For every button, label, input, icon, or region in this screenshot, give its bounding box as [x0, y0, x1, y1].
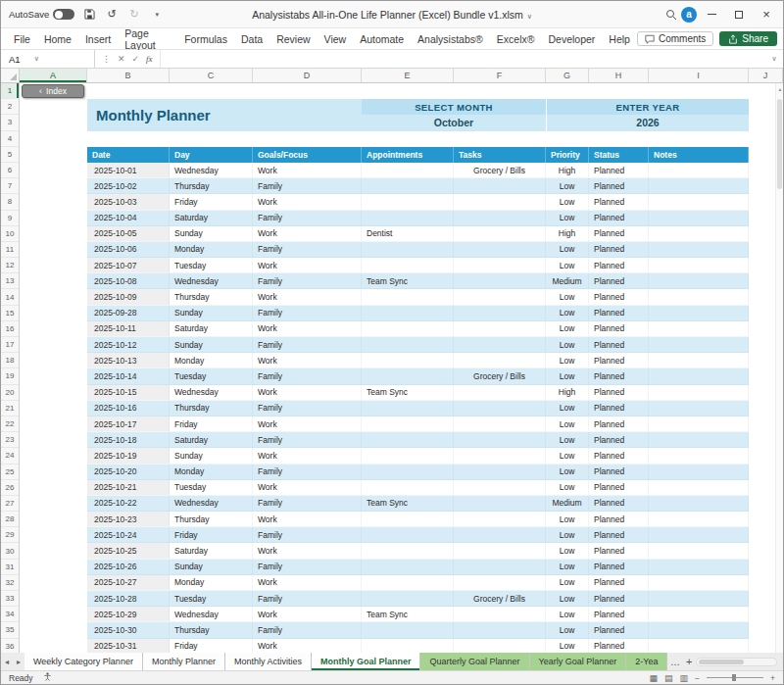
cell-status[interactable]: Planned — [589, 178, 649, 193]
cell-notes[interactable] — [649, 194, 749, 209]
row-header-21[interactable]: 21 — [1, 401, 19, 416]
cell-goals[interactable]: Family — [253, 432, 362, 447]
scroll-up-icon[interactable] — [776, 85, 783, 92]
cell-priority[interactable]: Low — [546, 527, 589, 542]
select-month-value[interactable]: October — [362, 115, 546, 130]
cell-date[interactable]: 2025-10-15 — [87, 385, 170, 400]
sheet-tab-weekly-category-planner[interactable]: Weekly Category Planner — [24, 653, 143, 670]
cell-appointments[interactable] — [362, 178, 454, 193]
column-header-E[interactable]: E — [362, 69, 454, 82]
cell-appointments[interactable] — [362, 194, 454, 209]
row-header-20[interactable]: 20 — [1, 385, 19, 401]
cell-tasks[interactable] — [454, 607, 546, 621]
cell-goals[interactable]: Family — [253, 242, 362, 257]
cell-priority[interactable]: Low — [546, 337, 589, 352]
cell-status[interactable]: Planned — [589, 337, 649, 352]
sheet-tab-yearly-goal-planner[interactable]: Yearly Goal Planner — [530, 653, 627, 670]
cell-goals[interactable]: Family — [253, 178, 362, 193]
cell-priority[interactable]: Medium — [546, 273, 589, 288]
cell-date[interactable]: 2025-10-06 — [87, 242, 170, 257]
cell-notes[interactable] — [649, 368, 749, 383]
row-header-8[interactable]: 8 — [1, 194, 19, 210]
more-sheets-icon[interactable] — [667, 653, 682, 670]
confirm-entry-icon[interactable]: ✓ — [132, 54, 140, 64]
cell-date[interactable]: 2025-10-14 — [87, 368, 170, 383]
horizontal-scrollbar[interactable] — [696, 658, 777, 666]
cell-status[interactable]: Planned — [589, 242, 649, 257]
cell-date[interactable]: 2025-10-27 — [87, 575, 170, 590]
cell-date[interactable]: 2025-10-28 — [87, 591, 170, 606]
cell-tasks[interactable] — [454, 496, 546, 511]
search-icon[interactable] — [663, 7, 679, 23]
row-header-17[interactable]: 17 — [1, 337, 19, 353]
ribbon-tab-page-layout[interactable]: Page Layout — [118, 28, 177, 49]
cell-goals[interactable]: Work — [253, 543, 362, 558]
cell-tasks[interactable] — [454, 321, 546, 336]
cell-priority[interactable]: Low — [546, 448, 589, 463]
cell-tasks[interactable] — [454, 575, 546, 590]
cell-day[interactable]: Wednesday — [170, 607, 253, 621]
cell-priority[interactable]: Low — [546, 575, 589, 590]
cell-day[interactable]: Saturday — [170, 211, 253, 225]
cell-date[interactable]: 2025-10-29 — [87, 607, 170, 621]
cell-day[interactable]: Tuesday — [170, 258, 253, 272]
cell-priority[interactable]: Low — [546, 321, 589, 336]
row-header-29[interactable]: 29 — [1, 527, 19, 543]
cell-priority[interactable]: Low — [546, 432, 589, 447]
cell-tasks[interactable]: Grocery / Bills — [454, 163, 546, 177]
cell-day[interactable]: Monday — [170, 465, 253, 479]
accessibility-icon[interactable] — [43, 672, 52, 683]
cell-goals[interactable]: Family — [253, 273, 362, 288]
cell-tasks[interactable] — [454, 480, 546, 495]
cell-date[interactable]: 2025-10-03 — [87, 194, 170, 209]
sheet-tab-2-yea[interactable]: 2-Yea — [626, 653, 667, 670]
cell-tasks[interactable] — [454, 306, 546, 320]
cell-notes[interactable] — [649, 258, 749, 272]
cell-date[interactable]: 2025-10-23 — [87, 512, 170, 526]
redo-icon[interactable] — [126, 7, 142, 23]
cell-tasks[interactable] — [454, 401, 546, 416]
cell-appointments[interactable] — [362, 321, 454, 336]
cell-day[interactable]: Sunday — [170, 306, 253, 320]
cell-day[interactable]: Friday — [170, 194, 253, 209]
cell-status[interactable]: Planned — [589, 211, 649, 225]
cell-day[interactable]: Monday — [170, 242, 253, 257]
horizontal-scrollbar-thumb[interactable] — [699, 660, 744, 664]
cell-date[interactable]: 2025-10-30 — [87, 622, 170, 637]
cell-status[interactable]: Planned — [589, 496, 649, 511]
cell-notes[interactable] — [649, 480, 749, 495]
row-header-14[interactable]: 14 — [1, 289, 19, 305]
maximize-button[interactable] — [726, 4, 752, 25]
cell-day[interactable]: Tuesday — [170, 591, 253, 606]
cell-goals[interactable]: Family — [253, 306, 362, 320]
planner-col-header-priority[interactable]: Priority — [546, 147, 589, 163]
cell-appointments[interactable]: Team Sync — [362, 607, 454, 621]
cell-priority[interactable]: Low — [546, 622, 589, 637]
row-header-19[interactable]: 19 — [1, 368, 19, 384]
cell-date[interactable]: 2025-10-11 — [87, 321, 170, 336]
cell-notes[interactable] — [649, 607, 749, 621]
cell-tasks[interactable] — [454, 211, 546, 225]
row-header-4[interactable]: 4 — [1, 131, 19, 147]
cell-day[interactable]: Wednesday — [170, 496, 253, 511]
cell-tasks[interactable] — [454, 273, 546, 288]
cell-status[interactable]: Planned — [589, 527, 649, 542]
cell-day[interactable]: Friday — [170, 639, 253, 653]
sheet-tab-monthly-activities[interactable]: Monthly Activities — [225, 653, 312, 670]
cell-appointments[interactable] — [362, 306, 454, 320]
cell-appointments[interactable] — [362, 401, 454, 416]
cell-goals[interactable]: Family — [253, 337, 362, 352]
share-button[interactable]: Share — [719, 31, 777, 46]
cell-goals[interactable]: Work — [253, 163, 362, 177]
column-header-D[interactable]: D — [253, 69, 362, 82]
cell-date[interactable]: 2025-10-26 — [87, 560, 170, 574]
cell-priority[interactable]: Low — [546, 194, 589, 209]
cell-goals[interactable]: Work — [253, 416, 362, 431]
cell-status[interactable]: Planned — [589, 163, 649, 177]
cell-status[interactable]: Planned — [589, 353, 649, 367]
cell-priority[interactable]: High — [546, 385, 589, 400]
cell-status[interactable]: Planned — [589, 607, 649, 621]
undo-icon[interactable] — [104, 7, 120, 23]
cell-notes[interactable] — [649, 465, 749, 479]
cell-priority[interactable]: Low — [546, 560, 589, 574]
